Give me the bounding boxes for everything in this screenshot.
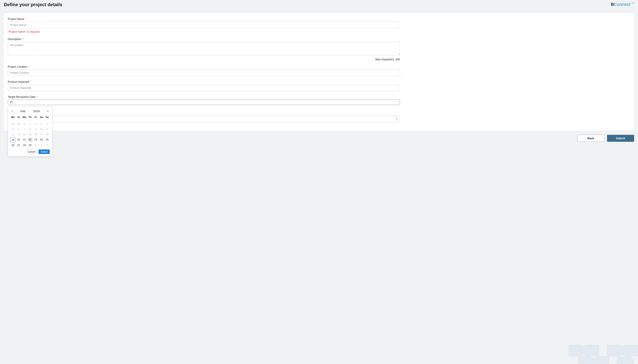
calendar-day: 3 (39, 122, 44, 126)
calendar-day[interactable]: 21 (22, 137, 27, 142)
calendar-day: 7 (22, 127, 27, 132)
calendar-day: 8 (27, 127, 33, 132)
calendar-dow: Sa (39, 115, 44, 119)
calendar-day[interactable]: 27 (16, 143, 21, 148)
required-mark: * (36, 95, 37, 98)
back-button[interactable]: Back (577, 135, 604, 142)
required-mark: * (23, 38, 24, 40)
calendar-day[interactable]: 19 (10, 137, 16, 142)
target-date-input[interactable] (8, 100, 400, 105)
chevron-left-icon (11, 110, 13, 112)
product-impacted-label-text: Product Impacted (8, 80, 29, 83)
calendar-day[interactable]: 23 (33, 137, 38, 142)
project-name-error: "Project Name" is required. (8, 30, 400, 33)
field-product-impacted: Product Impacted * (8, 80, 400, 91)
calendar-day[interactable]: 22 (27, 137, 33, 142)
calendar-dow: Tu (16, 115, 21, 119)
calendar-prev-button[interactable] (10, 109, 14, 113)
calendar-day: 3 (45, 143, 50, 148)
calendar-day: 16 (33, 132, 38, 137)
required-mark: * (30, 80, 31, 83)
calendar-day: 4 (45, 122, 50, 126)
calendar-day[interactable]: 24 (39, 137, 44, 142)
calendar-day: 31 (22, 122, 27, 126)
extra-select-input[interactable] (8, 116, 400, 122)
calendar-day[interactable]: 26 (10, 143, 16, 148)
project-location-input[interactable] (8, 70, 400, 76)
decorative-shapes (557, 337, 638, 364)
field-target-date: Target Resolution Date * Feb 2024 (8, 95, 400, 105)
calendar-dow: Su (45, 115, 50, 119)
calendar-grid: MoTuWeThFrSaSu29303112345678910111213141… (10, 115, 50, 148)
calendar-day[interactable]: 25 (45, 137, 50, 142)
description-input[interactable] (8, 42, 400, 55)
svg-rect-0 (10, 102, 13, 103)
calendar-dow: Th (27, 115, 33, 119)
project-location-label-text: Project Location (8, 65, 27, 68)
calendar-dow: Mo (10, 115, 16, 119)
project-name-input[interactable] (8, 22, 400, 28)
project-location-label: Project Location * (8, 65, 400, 68)
description-char-count: Max characters: 200 (8, 58, 400, 61)
logo: BConnect SM (611, 2, 634, 7)
calendar-day: 11 (45, 127, 50, 132)
chevron-right-icon (47, 110, 49, 112)
calendar-day: 12 (10, 132, 16, 137)
calendar-day: 29 (10, 122, 16, 126)
calendar-day[interactable]: 20 (16, 137, 21, 142)
calendar-dow: Fr (33, 115, 38, 119)
calendar-day: 1 (27, 122, 33, 126)
required-mark: * (28, 65, 29, 68)
calendar-month[interactable]: Feb (20, 110, 25, 113)
logo-connect: Connect (614, 2, 630, 7)
calendar-day: 17 (39, 132, 44, 137)
calendar-day: 6 (16, 127, 21, 132)
target-date-label: Target Resolution Date * (8, 95, 400, 98)
calendar-year[interactable]: 2024 (33, 110, 40, 113)
calendar-day: 5 (10, 127, 16, 132)
field-project-location: Project Location * (8, 65, 400, 76)
project-name-label: Project Name * (8, 18, 400, 20)
calendar-day: 30 (16, 122, 21, 126)
calendar-next-button[interactable] (46, 109, 50, 113)
calendar-day: 15 (27, 132, 33, 137)
project-name-label-text: Project Name (8, 18, 24, 20)
calendar-day: 1 (33, 143, 38, 148)
calendar-day[interactable]: 29 (27, 143, 33, 148)
calendar-day: 2 (39, 143, 44, 148)
logo-b: B (611, 2, 614, 7)
calendar-day: 14 (22, 132, 27, 137)
description-label-text: Description (8, 38, 21, 40)
target-date-label-text: Target Resolution Date (8, 95, 35, 98)
calendar-day[interactable]: 28 (22, 143, 27, 148)
page-title: Define your project details (4, 2, 62, 7)
calendar-select-button[interactable]: Select (39, 150, 50, 154)
calendar-popover: Feb 2024 MoTuWeThFrSaSu29303112345678910… (8, 106, 52, 156)
calendar-day: 10 (39, 127, 44, 132)
field-select-extra (8, 116, 400, 122)
field-project-name: Project Name * "Project Name" is require… (8, 18, 400, 33)
description-label: Description * (8, 38, 400, 40)
required-mark: * (25, 18, 26, 20)
calendar-day: 18 (45, 132, 50, 137)
logo-sm: SM (632, 2, 634, 4)
calendar-day: 13 (16, 132, 21, 137)
submit-button[interactable]: Submit (607, 135, 634, 142)
calendar-icon (10, 101, 13, 104)
calendar-day: 9 (33, 127, 38, 132)
calendar-cancel-button[interactable]: Cancel (25, 150, 37, 154)
field-description: Description * Max characters: 200 (8, 38, 400, 61)
form-card: Project Name * "Project Name" is require… (4, 13, 634, 130)
product-impacted-input[interactable] (8, 84, 400, 91)
product-impacted-label: Product Impacted * (8, 80, 400, 83)
calendar-day: 2 (33, 122, 38, 126)
calendar-dow: We (22, 115, 27, 119)
